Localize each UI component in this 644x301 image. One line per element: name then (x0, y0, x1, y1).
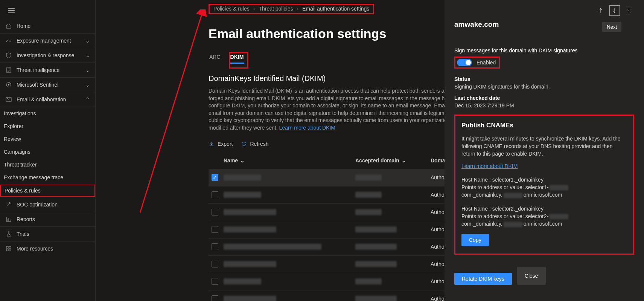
svg-rect-6 (6, 249, 8, 251)
sign-messages-label: Sign messages for this domain with DKIM … (454, 47, 634, 53)
sidebar-label-sentinel: Microsoft Sentinel (17, 82, 58, 88)
table-row[interactable]: Authoritative (209, 203, 483, 221)
status-value: Signing DKIM signatures for this domain. (454, 84, 634, 90)
tab-dkim[interactable]: DKIM (230, 52, 245, 64)
sidebar-item-home[interactable]: Home (0, 19, 95, 34)
mail-icon (5, 96, 12, 103)
redacted-cell (224, 244, 321, 250)
row-checkbox[interactable]: ✓ (212, 174, 218, 181)
arrow-up-icon (597, 8, 603, 14)
close-button[interactable]: Close (517, 267, 546, 285)
sidebar-label-email-collab: Email & collaboration (17, 96, 66, 102)
row-checkbox[interactable] (212, 191, 218, 198)
hamburger-menu-button[interactable] (6, 5, 17, 16)
sidebar-sub-policies-rules[interactable]: Policies & rules (0, 185, 95, 197)
annotation-highlight-box: Enabled (454, 57, 500, 69)
chevron-down-icon: ⌄ (85, 67, 90, 73)
table-row[interactable]: Authoritative (209, 221, 483, 238)
status-label: Status (454, 76, 634, 82)
home-icon (5, 23, 12, 29)
table-row[interactable]: ✓ Authoritative (209, 169, 483, 186)
tab-arc[interactable]: ARC (209, 52, 221, 64)
refresh-button[interactable]: Refresh (241, 141, 268, 147)
lastchecked-value: Dec 15, 2023 7:29:19 PM (454, 102, 634, 108)
copy-button[interactable]: Copy (461, 234, 489, 246)
table-row[interactable]: Authoritative (209, 255, 483, 273)
row-checkbox[interactable] (212, 278, 218, 285)
row-checkbox[interactable] (212, 209, 218, 215)
sidebar-sub-threat-tracker[interactable]: Threat tracker (0, 158, 95, 171)
cname-record-2: Host Name : selector2._domainkey Points … (461, 205, 627, 228)
svg-rect-7 (9, 249, 11, 251)
breadcrumb: Policies & rules › Threat policies › Ema… (209, 4, 374, 14)
sidebar-sub-exchange-trace[interactable]: Exchange message trace (0, 171, 95, 184)
chevron-down-icon: ⌄ (85, 82, 90, 88)
redacted-cell (224, 226, 276, 232)
column-header-name[interactable]: Name⌄ (224, 157, 355, 163)
next-button[interactable] (609, 5, 620, 16)
sidebar-label-reports: Reports (17, 216, 35, 222)
annotation-arrow (140, 9, 215, 224)
sidebar-label-home: Home (17, 23, 30, 29)
sidebar-item-reports[interactable]: Reports (0, 212, 95, 227)
export-button[interactable]: Export (209, 141, 233, 147)
previous-button[interactable] (595, 5, 606, 16)
wand-icon (5, 201, 12, 208)
table-row[interactable]: Authoritative (209, 186, 483, 203)
dkim-enabled-toggle[interactable] (457, 59, 472, 66)
table-row[interactable]: Authoritative (209, 290, 483, 301)
redacted-cell (355, 226, 397, 232)
arrow-down-icon (612, 8, 618, 14)
redacted-cell (355, 174, 382, 180)
sidebar-item-email-collab[interactable]: Email & collaboration ⌃ (0, 92, 95, 107)
row-checkbox[interactable] (212, 243, 218, 250)
sidebar-sub-review[interactable]: Review (0, 133, 95, 145)
close-icon (626, 8, 632, 13)
breadcrumb-policies[interactable]: Policies & rules (213, 6, 250, 12)
sidebar-item-threat-intel[interactable]: Threat intelligence ⌄ (0, 63, 95, 78)
sidebar-sub-investigations[interactable]: Investigations (0, 107, 95, 120)
rotate-keys-button[interactable]: Rotate DKIM keys (454, 273, 512, 285)
redacted-value (550, 214, 568, 219)
publish-cnames-section: Publish CNAMEs It might take several min… (454, 115, 634, 255)
sort-icon: ⌄ (240, 157, 245, 163)
redacted-value (504, 222, 522, 227)
next-tooltip: Next (602, 22, 621, 32)
sidebar: Home Exposure management ⌄ Investigation… (0, 0, 96, 301)
flask-icon (5, 231, 12, 237)
sidebar-item-exposure[interactable]: Exposure management ⌄ (0, 34, 95, 48)
chevron-right-icon: › (253, 6, 255, 12)
redacted-cell (355, 244, 397, 250)
cname-record-1: Host Name : selector1._domainkey Points … (461, 176, 627, 199)
table-row[interactable]: Authoritative (209, 273, 483, 290)
learn-more-link[interactable]: Learn more about DKIM (279, 125, 335, 131)
redacted-cell (224, 192, 261, 198)
row-checkbox[interactable] (212, 295, 218, 301)
row-checkbox[interactable] (212, 261, 218, 267)
details-panel: Next amwake.com Sign messages for this d… (445, 0, 644, 301)
sidebar-label-investigation: Investigation & response (17, 52, 74, 58)
row-checkbox[interactable] (212, 226, 218, 233)
close-panel-button[interactable] (624, 5, 634, 16)
sidebar-item-more-resources[interactable]: More resources (0, 241, 95, 256)
shield-icon (5, 52, 12, 59)
column-header-accepted[interactable]: Accepted domain⌄ (355, 157, 431, 163)
redacted-cell (355, 261, 397, 267)
sidebar-item-trials[interactable]: Trials (0, 227, 95, 241)
redacted-cell (355, 296, 397, 301)
svg-line-8 (140, 13, 202, 213)
sidebar-item-sentinel[interactable]: Microsoft Sentinel ⌄ (0, 78, 95, 92)
breadcrumb-threat-policies[interactable]: Threat policies (259, 6, 293, 12)
gauge-icon (5, 37, 12, 44)
learn-more-dkim-link[interactable]: Learn more about DKIM (461, 163, 518, 169)
sidebar-sub-campaigns[interactable]: Campaigns (0, 145, 95, 158)
sidebar-label-threatintel: Threat intelligence (17, 67, 59, 73)
table-row[interactable]: Authoritative (209, 238, 483, 255)
sidebar-item-investigation[interactable]: Investigation & response ⌄ (0, 48, 95, 63)
redacted-cell (355, 192, 382, 198)
redacted-cell (355, 278, 382, 284)
sidebar-item-soc[interactable]: SOC optimization (0, 197, 95, 212)
redacted-cell (224, 278, 261, 284)
redacted-value (550, 185, 568, 190)
sidebar-sub-explorer[interactable]: Explorer (0, 120, 95, 133)
